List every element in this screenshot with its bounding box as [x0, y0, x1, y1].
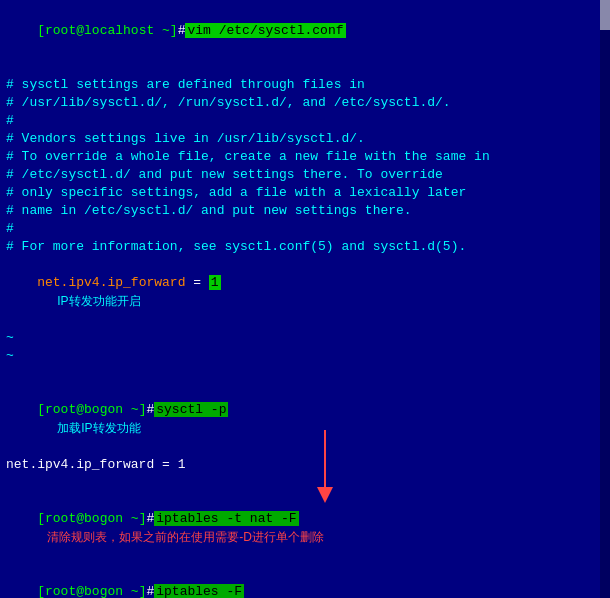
blank-2: [6, 365, 604, 383]
sysctl-output: net.ipv4.ip_forward = 1: [6, 456, 604, 474]
cmd-sysctl: sysctl -p: [154, 402, 228, 417]
tilde-2: ~: [6, 347, 604, 365]
annotation-ip-forward: IP转发功能开启: [57, 294, 140, 308]
comment-1: # sysctl settings are defined through fi…: [6, 76, 604, 94]
prompt-1: [root@localhost ~]: [37, 23, 177, 38]
blank-3: [6, 474, 604, 492]
line-1: [root@localhost ~]#vim /etc/sysctl.conf: [6, 4, 604, 58]
prompt-sysctl: [root@bogon ~]: [37, 402, 146, 417]
comment-5: # To override a whole file, create a new…: [6, 148, 604, 166]
comment-6: # /etc/sysctl.d/ and put new settings th…: [6, 166, 604, 184]
annotation-sysctl: 加载IP转发功能: [57, 421, 140, 435]
line-ipt2: [root@bogon ~]#iptables -F: [6, 565, 604, 598]
scrollbar[interactable]: [600, 0, 610, 598]
scrollbar-thumb[interactable]: [600, 0, 610, 30]
prompt-ipt2: [root@bogon ~]: [37, 584, 146, 598]
setting-key: net.ipv4.ip_forward: [37, 275, 185, 290]
cmd-ipt2: iptables -F: [154, 584, 244, 598]
blank-1: [6, 58, 604, 76]
line-ipt1: [root@bogon ~]#iptables -t nat -F 清除规则表，…: [6, 492, 604, 565]
cmd-vim: vim /etc/sysctl.conf: [185, 23, 345, 38]
comment-2: # /usr/lib/sysctl.d/, /run/sysctl.d/, an…: [6, 94, 604, 112]
prompt-ipt1: [root@bogon ~]: [37, 511, 146, 526]
terminal: [root@localhost ~]#vim /etc/sysctl.conf …: [0, 0, 610, 598]
comment-8: # name in /etc/sysctl.d/ and put new set…: [6, 202, 604, 220]
setting-val: 1: [209, 275, 221, 290]
line-sysctl: [root@bogon ~]#sysctl -p 加载IP转发功能: [6, 383, 604, 456]
comment-9: #: [6, 220, 604, 238]
cmd-ipt1: iptables -t nat -F: [154, 511, 298, 526]
setting-line: net.ipv4.ip_forward = 1 IP转发功能开启: [6, 256, 604, 329]
comment-10: # For more information, see sysctl.conf(…: [6, 238, 604, 256]
comment-7: # only specific settings, add a file wit…: [6, 184, 604, 202]
annotation-clear: 清除规则表，如果之前的在使用需要-D进行单个删除: [47, 530, 324, 544]
comment-4: # Vendors settings live in /usr/lib/sysc…: [6, 130, 604, 148]
tilde-1: ~: [6, 329, 604, 347]
comment-3: #: [6, 112, 604, 130]
